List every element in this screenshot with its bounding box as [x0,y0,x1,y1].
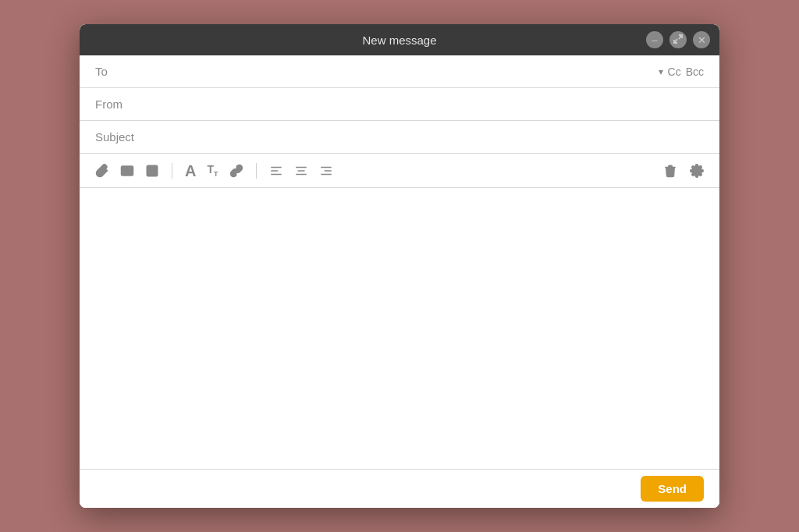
close-button[interactable]: ✕ [693,31,710,48]
svg-point-2 [149,168,151,169]
expand-button[interactable] [669,31,687,48]
bcc-button[interactable]: Bcc [686,66,704,78]
dropdown-arrow-icon[interactable]: ▾ [659,66,663,77]
titlebar-controls: – ✕ [646,31,710,48]
attach-button[interactable] [92,161,112,181]
to-row: To ▾ Cc Bcc [80,55,719,88]
delete-button[interactable] [660,161,680,181]
font-small-button[interactable]: TT [204,161,221,181]
close-icon: ✕ [698,34,706,46]
insert-group [92,161,162,181]
titlebar: New message – ✕ [80,24,719,55]
send-button[interactable]: Send [641,476,704,502]
minimize-icon: – [652,34,657,46]
email-insert-button[interactable] [117,161,137,181]
align-group [266,161,336,181]
compose-window: New message – ✕ [80,24,719,508]
subject-label: Subject [95,130,150,144]
cc-button[interactable]: Cc [668,66,681,78]
align-right-button[interactable] [316,161,336,181]
image-insert-button[interactable] [142,161,162,181]
compose-content: To ▾ Cc Bcc From Subject [80,55,719,508]
minimize-button[interactable]: – [646,31,663,48]
subject-input[interactable] [150,130,704,144]
link-button[interactable] [226,161,247,181]
align-center-button[interactable] [291,161,311,181]
settings-button[interactable] [687,161,707,181]
font-large-button[interactable]: A [182,160,199,182]
window-title: New message [362,34,436,47]
message-body[interactable] [80,188,719,469]
to-input[interactable] [150,65,659,78]
align-left-button[interactable] [266,161,286,181]
subject-row: Subject [80,121,719,154]
toolbar-separator-2 [256,163,257,179]
font-small-icon: TT [207,164,218,178]
from-input[interactable] [150,98,704,111]
expand-icon [673,34,684,47]
font-group: A TT [182,160,247,182]
from-row: From [80,88,719,121]
cc-bcc-area: ▾ Cc Bcc [659,66,704,78]
to-label: To [95,65,150,78]
footer-bar: Send [80,469,719,508]
font-large-icon: A [185,163,196,179]
from-label: From [95,98,150,111]
formatting-toolbar: A TT [80,154,719,188]
toolbar-separator-1 [172,163,172,179]
